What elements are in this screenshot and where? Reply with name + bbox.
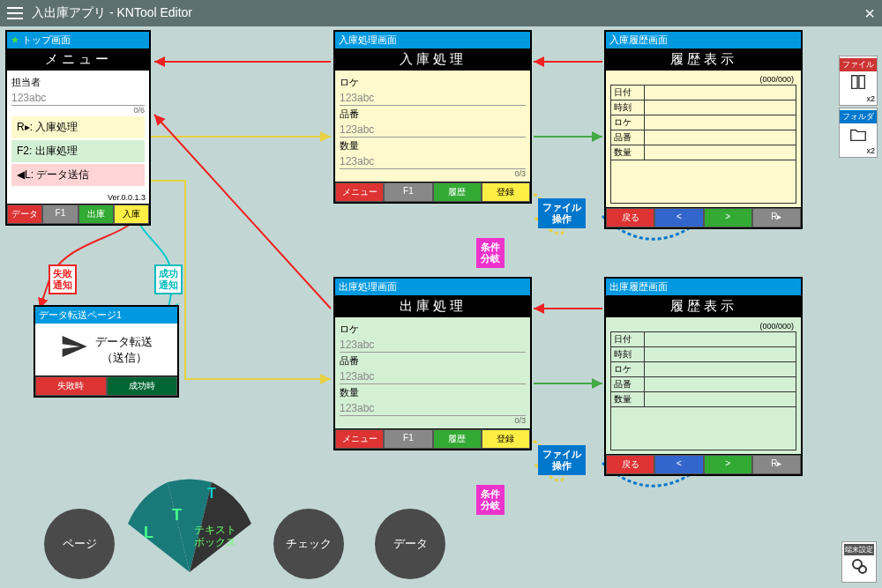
- fkey-register[interactable]: 登録: [482, 182, 530, 202]
- char-counter: 0/6: [11, 106, 145, 115]
- fkey-history[interactable]: 履歴: [433, 182, 482, 202]
- fkey-data[interactable]: データ: [7, 205, 42, 224]
- side-panel: ファイル x2 フォルダ x2: [839, 56, 878, 158]
- node-header[interactable]: 出庫処理画面: [335, 279, 530, 295]
- folder-count: x2: [840, 146, 877, 155]
- badge-success: 成功 通知: [154, 264, 183, 294]
- fkey-row: 失敗時 成功時: [35, 376, 177, 396]
- gear-icon: [848, 555, 871, 577]
- label-manager: 担当者: [11, 76, 145, 89]
- editor-canvas[interactable]: ★トップ画面 メニュー 担当者 0/6 R▸: 入庫処理 F2: 出庫処理 ◀L…: [0, 26, 882, 588]
- label-part: 品番: [340, 354, 526, 368]
- node-out-history[interactable]: 出庫履歴画面 履歴表示 (000/000) 日付 時刻 ロケ 品番 数量 戻る …: [604, 277, 803, 476]
- fkey-row: データ F1 出庫 入庫: [7, 204, 149, 224]
- side-file[interactable]: ファイル x2: [839, 56, 878, 106]
- node-title: メニュー: [7, 48, 149, 71]
- node-header[interactable]: データ転送ページ1: [35, 307, 177, 324]
- fkey-row: メニュー F1 履歴 登録: [335, 182, 530, 202]
- fkey-row: 戻る < > R▸: [606, 207, 801, 227]
- node-title: 入庫処理: [335, 48, 530, 71]
- close-icon[interactable]: ×: [864, 4, 875, 24]
- history-table: 日付 時刻 ロケ 品番 数量: [610, 85, 796, 160]
- fkey-register[interactable]: 登録: [482, 429, 530, 449]
- fkey-success[interactable]: 成功時: [107, 376, 178, 396]
- file-count: x2: [840, 94, 877, 103]
- fkey-f1[interactable]: F1: [42, 205, 78, 224]
- page-indicator: (000/000): [610, 74, 796, 85]
- folder-icon: [848, 125, 869, 145]
- wheel-check[interactable]: チェック: [273, 509, 344, 579]
- node-in-history[interactable]: 入庫履歴画面 履歴表示 (000/000) 日付 時刻 ロケ 品番 数量 戻る …: [604, 30, 803, 229]
- terminal-settings-button[interactable]: 端末設定: [841, 541, 877, 583]
- badge-fileop-2: ファイル 操作: [538, 445, 586, 475]
- wheel-page[interactable]: ページ: [44, 509, 115, 579]
- fkey-back[interactable]: 戻る: [606, 208, 654, 227]
- input-loc[interactable]: [340, 91, 526, 106]
- fkey-back[interactable]: 戻る: [606, 455, 654, 474]
- fkey-menu[interactable]: メニュー: [335, 182, 384, 202]
- input-part[interactable]: [340, 123, 526, 138]
- page-indicator: (000/000): [610, 321, 796, 331]
- node-body: ロケ 品番 数量 0/3: [335, 71, 530, 182]
- label-qty: 数量: [340, 386, 526, 399]
- node-title: 履歴表示: [606, 48, 801, 71]
- fkey-row: 戻る < > R▸: [606, 454, 801, 474]
- node-transfer[interactable]: データ転送ページ1 データ転送 （送信） 失敗時 成功時: [34, 305, 179, 398]
- menu-item-send[interactable]: ◀L: データ送信: [11, 164, 145, 186]
- fkey-prev[interactable]: <: [654, 455, 703, 474]
- node-header[interactable]: ★トップ画面: [7, 32, 149, 48]
- titlebar: 入出庫アプリ - KNTool Editor ×: [0, 0, 882, 26]
- gear-label: 端末設定: [844, 544, 874, 555]
- book-icon: [848, 73, 869, 93]
- label-part: 品番: [340, 108, 526, 121]
- node-header[interactable]: 入庫処理画面: [335, 32, 530, 48]
- wheel-data[interactable]: データ: [375, 509, 445, 579]
- node-title: 出庫処理: [335, 295, 530, 317]
- fkey-fail[interactable]: 失敗時: [35, 376, 107, 396]
- fkey-r[interactable]: R▸: [752, 208, 801, 227]
- node-header[interactable]: 出庫履歴画面: [606, 279, 801, 295]
- fkey-r[interactable]: R▸: [752, 455, 801, 474]
- input-qty[interactable]: [340, 154, 526, 169]
- fkey-prev[interactable]: <: [654, 208, 703, 227]
- menu-item-outbound[interactable]: F2: 出庫処理: [11, 140, 145, 162]
- char-counter: 0/3: [340, 169, 526, 178]
- fkey-out[interactable]: 出庫: [78, 205, 114, 224]
- fkey-menu[interactable]: メニュー: [335, 429, 384, 449]
- hamburger-icon[interactable]: [7, 7, 23, 19]
- node-inbound[interactable]: 入庫処理画面 入庫処理 ロケ 品番 数量 0/3 メニュー F1 履歴 登録: [333, 30, 532, 204]
- side-folder-label: フォルダ: [840, 110, 877, 123]
- menu-item-inbound[interactable]: R▸: 入庫処理: [11, 116, 145, 138]
- input-loc[interactable]: [340, 338, 526, 353]
- label-loc: ロケ: [340, 323, 526, 336]
- fkey-row: メニュー F1 履歴 登録: [335, 428, 530, 449]
- fan-selector[interactable]: L T T テキストボックス: [119, 475, 260, 581]
- badge-fail: 失敗 通知: [49, 264, 77, 294]
- node-top-screen[interactable]: ★トップ画面 メニュー 担当者 0/6 R▸: 入庫処理 F2: 出庫処理 ◀L…: [5, 30, 151, 226]
- fkey-next[interactable]: >: [704, 455, 752, 474]
- blank-area: [610, 160, 796, 204]
- node-body: (000/000) 日付 時刻 ロケ 品番 数量: [606, 317, 801, 454]
- char-counter: 0/3: [340, 416, 526, 425]
- fkey-next[interactable]: >: [704, 208, 752, 227]
- letter-t-inner: T: [172, 506, 182, 525]
- node-header[interactable]: 入庫履歴画面: [606, 32, 801, 48]
- node-title: 履歴表示: [606, 295, 801, 317]
- app-title: 入出庫アプリ - KNTool Editor: [32, 5, 192, 21]
- star-icon: ★: [11, 34, 19, 46]
- transfer-label: データ転送 （送信）: [95, 334, 153, 366]
- input-part[interactable]: [340, 369, 526, 384]
- fkey-history[interactable]: 履歴: [433, 429, 482, 449]
- fkey-f1[interactable]: F1: [384, 182, 432, 202]
- fkey-in[interactable]: 入庫: [114, 205, 149, 224]
- node-outbound[interactable]: 出庫処理画面 出庫処理 ロケ 品番 数量 0/3 メニュー F1 履歴 登録: [333, 277, 532, 450]
- side-folder[interactable]: フォルダ x2: [839, 108, 878, 158]
- input-qty[interactable]: [340, 401, 526, 416]
- svg-point-1: [859, 566, 866, 573]
- label-qty: 数量: [340, 139, 526, 153]
- label-loc: ロケ: [340, 76, 526, 89]
- history-table: 日付 時刻 ロケ 品番 数量: [610, 331, 796, 407]
- input-manager[interactable]: [11, 91, 145, 106]
- node-body: ロケ 品番 数量 0/3: [335, 317, 530, 428]
- fkey-f1[interactable]: F1: [384, 429, 432, 449]
